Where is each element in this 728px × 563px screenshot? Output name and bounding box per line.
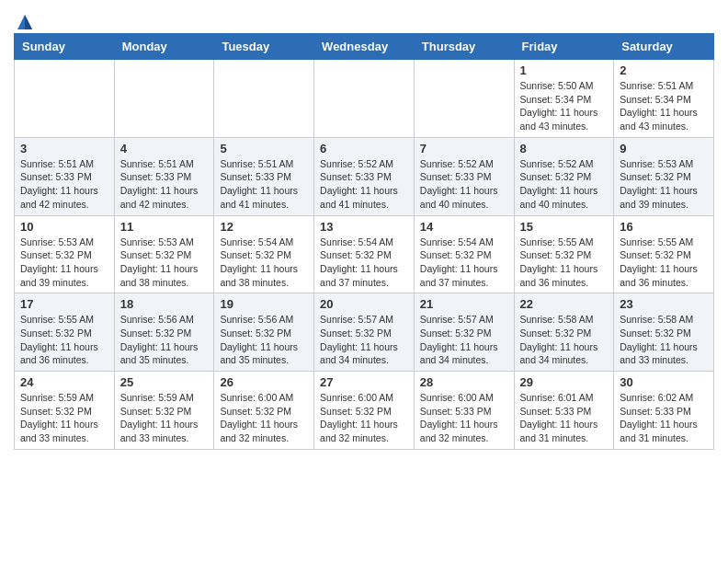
day-number: 20 (320, 297, 408, 311)
calendar-cell: 18Sunrise: 5:56 AMSunset: 5:32 PMDayligh… (114, 293, 214, 372)
week-row-1: 1Sunrise: 5:50 AMSunset: 5:34 PMDaylight… (15, 60, 714, 138)
day-number: 1 (520, 63, 609, 77)
day-cell-content: 9Sunrise: 5:53 AMSunset: 5:32 PMDaylight… (620, 142, 708, 212)
day-cell-content: 19Sunrise: 5:56 AMSunset: 5:32 PMDayligh… (220, 297, 308, 367)
logo-area (14, 9, 34, 28)
calendar-cell: 12Sunrise: 5:54 AMSunset: 5:32 PMDayligh… (214, 215, 314, 293)
day-number: 28 (420, 375, 508, 389)
day-info: Sunrise: 5:54 AMSunset: 5:32 PMDaylight:… (420, 236, 508, 290)
header (14, 9, 714, 28)
day-number: 29 (520, 375, 609, 389)
day-cell-content: 22Sunrise: 5:58 AMSunset: 5:32 PMDayligh… (520, 297, 609, 367)
empty-cell-content (120, 63, 209, 132)
day-cell-content: 25Sunrise: 5:59 AMSunset: 5:32 PMDayligh… (120, 375, 209, 445)
calendar-cell: 10Sunrise: 5:53 AMSunset: 5:32 PMDayligh… (15, 215, 115, 293)
day-info: Sunrise: 5:52 AMSunset: 5:33 PMDaylight:… (420, 157, 508, 212)
day-info: Sunrise: 5:51 AMSunset: 5:34 PMDaylight:… (620, 79, 708, 133)
day-info: Sunrise: 5:56 AMSunset: 5:32 PMDaylight:… (220, 313, 308, 367)
day-number: 7 (420, 142, 508, 155)
day-number: 11 (120, 220, 209, 234)
week-row-3: 10Sunrise: 5:53 AMSunset: 5:32 PMDayligh… (15, 215, 714, 293)
day-cell-content: 2Sunrise: 5:51 AMSunset: 5:34 PMDaylight… (620, 63, 708, 133)
day-info: Sunrise: 5:57 AMSunset: 5:32 PMDaylight:… (320, 313, 408, 367)
day-number: 14 (420, 220, 508, 234)
day-cell-content: 6Sunrise: 5:52 AMSunset: 5:33 PMDaylight… (320, 142, 408, 212)
calendar-cell: 7Sunrise: 5:52 AMSunset: 5:33 PMDaylight… (414, 137, 514, 215)
day-number: 24 (20, 375, 108, 389)
day-cell-content: 16Sunrise: 5:55 AMSunset: 5:32 PMDayligh… (620, 220, 708, 290)
calendar-cell: 15Sunrise: 5:55 AMSunset: 5:32 PMDayligh… (514, 215, 614, 293)
day-cell-content: 5Sunrise: 5:51 AMSunset: 5:33 PMDaylight… (220, 142, 308, 212)
day-info: Sunrise: 5:50 AMSunset: 5:34 PMDaylight:… (520, 79, 609, 133)
calendar-cell: 4Sunrise: 5:51 AMSunset: 5:33 PMDaylight… (114, 137, 214, 215)
logo-icon (16, 13, 34, 31)
empty-cell-content (420, 63, 508, 132)
calendar-cell: 27Sunrise: 6:00 AMSunset: 5:32 PMDayligh… (314, 372, 415, 450)
calendar-cell: 30Sunrise: 6:02 AMSunset: 5:33 PMDayligh… (614, 372, 714, 450)
calendar-cell: 20Sunrise: 5:57 AMSunset: 5:32 PMDayligh… (314, 293, 415, 372)
day-info: Sunrise: 5:52 AMSunset: 5:32 PMDaylight:… (520, 157, 609, 212)
calendar-cell: 17Sunrise: 5:55 AMSunset: 5:32 PMDayligh… (15, 293, 115, 372)
day-number: 8 (520, 142, 609, 155)
calendar-page: SundayMondayTuesdayWednesdayThursdayFrid… (0, 0, 728, 464)
calendar-cell (414, 60, 514, 138)
day-cell-content: 27Sunrise: 6:00 AMSunset: 5:32 PMDayligh… (320, 375, 408, 445)
calendar-cell (15, 60, 115, 138)
header-row: SundayMondayTuesdayWednesdayThursdayFrid… (15, 34, 714, 60)
day-info: Sunrise: 5:59 AMSunset: 5:32 PMDaylight:… (120, 391, 209, 445)
calendar-cell: 24Sunrise: 5:59 AMSunset: 5:32 PMDayligh… (15, 372, 115, 450)
day-info: Sunrise: 5:55 AMSunset: 5:32 PMDaylight:… (20, 313, 108, 367)
day-cell-content: 7Sunrise: 5:52 AMSunset: 5:33 PMDaylight… (420, 142, 508, 212)
day-number: 15 (520, 220, 609, 234)
day-cell-content: 3Sunrise: 5:51 AMSunset: 5:33 PMDaylight… (20, 142, 108, 212)
day-cell-content: 14Sunrise: 5:54 AMSunset: 5:32 PMDayligh… (420, 220, 508, 290)
day-number: 6 (320, 142, 408, 155)
day-number: 2 (620, 63, 708, 77)
day-info: Sunrise: 6:00 AMSunset: 5:33 PMDaylight:… (420, 391, 508, 445)
logo (14, 13, 34, 31)
calendar-cell: 22Sunrise: 5:58 AMSunset: 5:32 PMDayligh… (514, 293, 614, 372)
day-cell-content: 4Sunrise: 5:51 AMSunset: 5:33 PMDaylight… (120, 142, 209, 212)
day-number: 21 (420, 297, 508, 311)
day-cell-content: 1Sunrise: 5:50 AMSunset: 5:34 PMDaylight… (520, 63, 609, 133)
day-info: Sunrise: 5:51 AMSunset: 5:33 PMDaylight:… (220, 157, 308, 212)
calendar-cell: 21Sunrise: 5:57 AMSunset: 5:32 PMDayligh… (414, 293, 514, 372)
day-number: 18 (120, 297, 209, 311)
header-day-tuesday: Tuesday (214, 34, 314, 60)
svg-marker-1 (25, 15, 32, 29)
day-info: Sunrise: 5:55 AMSunset: 5:32 PMDaylight:… (520, 236, 609, 290)
day-info: Sunrise: 6:02 AMSunset: 5:33 PMDaylight:… (620, 391, 708, 445)
day-number: 16 (620, 220, 708, 234)
day-info: Sunrise: 5:56 AMSunset: 5:32 PMDaylight:… (120, 313, 209, 367)
day-number: 22 (520, 297, 609, 311)
header-day-monday: Monday (114, 34, 214, 60)
day-info: Sunrise: 5:53 AMSunset: 5:32 PMDaylight:… (120, 236, 209, 290)
week-row-2: 3Sunrise: 5:51 AMSunset: 5:33 PMDaylight… (15, 137, 714, 215)
empty-cell-content (320, 63, 408, 132)
day-info: Sunrise: 6:01 AMSunset: 5:33 PMDaylight:… (520, 391, 609, 445)
day-cell-content: 29Sunrise: 6:01 AMSunset: 5:33 PMDayligh… (520, 375, 609, 445)
day-cell-content: 30Sunrise: 6:02 AMSunset: 5:33 PMDayligh… (620, 375, 708, 445)
day-info: Sunrise: 5:53 AMSunset: 5:32 PMDaylight:… (20, 236, 108, 290)
calendar-cell: 3Sunrise: 5:51 AMSunset: 5:33 PMDaylight… (15, 137, 115, 215)
day-cell-content: 15Sunrise: 5:55 AMSunset: 5:32 PMDayligh… (520, 220, 609, 290)
calendar-cell: 25Sunrise: 5:59 AMSunset: 5:32 PMDayligh… (114, 372, 214, 450)
day-cell-content: 26Sunrise: 6:00 AMSunset: 5:32 PMDayligh… (220, 375, 308, 445)
calendar-cell (114, 60, 214, 138)
day-cell-content: 10Sunrise: 5:53 AMSunset: 5:32 PMDayligh… (20, 220, 108, 290)
week-row-5: 24Sunrise: 5:59 AMSunset: 5:32 PMDayligh… (15, 372, 714, 450)
calendar-cell: 5Sunrise: 5:51 AMSunset: 5:33 PMDaylight… (214, 137, 314, 215)
day-number: 13 (320, 220, 408, 234)
day-number: 3 (20, 142, 108, 155)
day-number: 19 (220, 297, 308, 311)
calendar-cell: 19Sunrise: 5:56 AMSunset: 5:32 PMDayligh… (214, 293, 314, 372)
header-day-saturday: Saturday (614, 34, 714, 60)
day-info: Sunrise: 6:00 AMSunset: 5:32 PMDaylight:… (320, 391, 408, 445)
calendar-cell: 8Sunrise: 5:52 AMSunset: 5:32 PMDaylight… (514, 137, 614, 215)
day-number: 12 (220, 220, 308, 234)
day-info: Sunrise: 5:58 AMSunset: 5:32 PMDaylight:… (620, 313, 708, 367)
calendar-cell: 1Sunrise: 5:50 AMSunset: 5:34 PMDaylight… (514, 60, 614, 138)
day-cell-content: 21Sunrise: 5:57 AMSunset: 5:32 PMDayligh… (420, 297, 508, 367)
header-day-wednesday: Wednesday (314, 34, 415, 60)
calendar-cell: 29Sunrise: 6:01 AMSunset: 5:33 PMDayligh… (514, 372, 614, 450)
